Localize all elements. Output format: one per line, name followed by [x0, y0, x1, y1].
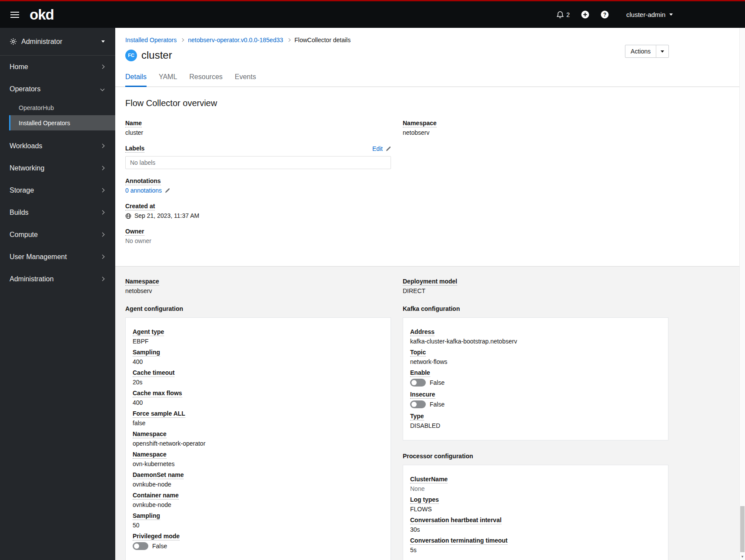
sidebar-item-storage[interactable]: Storage	[0, 179, 115, 201]
field-value: netobserv	[125, 287, 391, 295]
insecure-toggle[interactable]	[410, 400, 426, 408]
field-namespace-1: Namespace openshift-network-operator	[133, 430, 384, 447]
field-label[interactable]: Privileged mode	[133, 533, 180, 540]
sidebar-item-operators[interactable]: Operators	[0, 78, 115, 100]
field-label[interactable]: Namespace	[133, 451, 167, 459]
edit-labels-link[interactable]: Edit	[372, 145, 391, 152]
field-label[interactable]: Insecure	[410, 391, 435, 399]
field-created-at: Created at Sep 21, 2023, 11:37 AM	[125, 203, 391, 220]
field-label[interactable]: Cache timeout	[133, 369, 174, 377]
field-owner: Owner No owner	[125, 228, 391, 245]
field-cache-max-flows: Cache max flows 400	[133, 390, 384, 407]
field-label[interactable]: Labels	[125, 145, 144, 153]
breadcrumb: Installed Operators netobserv-operator.v…	[115, 28, 745, 43]
enable-toggle[interactable]	[410, 379, 426, 387]
sidebar-item-installed-operators[interactable]: Installed Operators	[9, 115, 115, 130]
field-label[interactable]: Force sample ALL	[133, 410, 185, 418]
field-value: EBPF	[133, 338, 384, 345]
field-label[interactable]: Conversation heartbeat interval	[410, 517, 501, 524]
help-button[interactable]: ?	[601, 10, 609, 19]
field-label[interactable]: Conversation terminating timeout	[410, 537, 508, 545]
breadcrumb-separator-icon	[287, 38, 291, 42]
scrollbar-down-arrow[interactable]: ▾	[740, 553, 745, 560]
field-label[interactable]: Cache max flows	[133, 390, 182, 397]
field-label[interactable]: Sampling	[133, 349, 160, 357]
field-label[interactable]: Agent type	[133, 328, 164, 336]
field-label[interactable]: Deployment model	[403, 278, 457, 286]
actions-dropdown-button[interactable]: Actions	[625, 45, 669, 58]
scrollbar-thumb[interactable]	[740, 506, 745, 552]
field-label[interactable]: Sampling	[133, 512, 160, 520]
toggle-knob	[134, 543, 139, 549]
perspective-switcher[interactable]: Administrator	[0, 28, 115, 56]
add-button[interactable]	[581, 10, 589, 19]
sidebar-item-operatorhub[interactable]: OperatorHub	[9, 100, 115, 115]
nav-label: Home	[10, 63, 28, 71]
field-label[interactable]: Annotations	[125, 177, 161, 185]
sidebar-item-networking[interactable]: Networking	[0, 157, 115, 179]
sidebar-item-user-management[interactable]: User Management	[0, 246, 115, 268]
switch-state-label: False	[152, 543, 167, 550]
field-label[interactable]: Name	[125, 120, 142, 127]
field-label[interactable]: Namespace	[403, 120, 437, 127]
field-label[interactable]: Created at	[125, 203, 155, 210]
field-value: ovnkube-node	[133, 501, 384, 509]
field-label[interactable]: Container name	[133, 492, 179, 500]
field-container-name: Container name ovnkube-node	[133, 492, 384, 509]
sidebar-item-workloads[interactable]: Workloads	[0, 135, 115, 157]
page-title: cluster	[141, 49, 172, 61]
field-value: 50	[133, 522, 384, 529]
sidebar-item-home[interactable]: Home	[0, 56, 115, 78]
field-value: netobserv	[403, 129, 668, 137]
field-label[interactable]: Topic	[410, 349, 426, 357]
field-label[interactable]: Enable	[410, 369, 430, 377]
field-enable: Enable False	[410, 369, 661, 387]
hamburger-icon	[10, 12, 19, 13]
notifications-button[interactable]: 2	[556, 11, 570, 19]
labels-empty-box: No labels	[125, 156, 391, 169]
caret-down-icon	[101, 40, 105, 43]
field-label[interactable]: Namespace	[125, 278, 159, 286]
username: cluster-admin	[626, 11, 665, 18]
field-insecure: Insecure False	[410, 391, 661, 408]
nav-label: Administration	[10, 275, 53, 283]
toggle-knob	[411, 402, 417, 407]
field-value: 20s	[133, 379, 384, 386]
field-deployment-model: Deployment model DIRECT	[403, 278, 668, 295]
tab-yaml[interactable]: YAML	[159, 68, 177, 87]
primary-nav: Home Operators OperatorHub Installed Ope…	[0, 56, 115, 290]
sidebar-item-builds[interactable]: Builds	[0, 201, 115, 223]
field-label[interactable]: ClusterName	[410, 476, 448, 483]
vertical-scrollbar[interactable]: ▾	[739, 28, 745, 560]
caret-down-icon	[669, 13, 673, 16]
nav-menu-toggle-button[interactable]	[8, 7, 22, 22]
field-value: 400	[133, 399, 384, 407]
field-daemonset-name: DaemonSet name ovnkube-node	[133, 471, 384, 488]
field-label[interactable]: DaemonSet name	[133, 471, 184, 479]
annotations-edit-link[interactable]: 0 annotations	[125, 187, 170, 194]
tab-resources[interactable]: Resources	[189, 68, 222, 87]
tab-events[interactable]: Events	[235, 68, 256, 87]
caret-down-icon	[661, 50, 664, 53]
sidebar-item-compute[interactable]: Compute	[0, 223, 115, 246]
question-circle-icon: ?	[601, 10, 609, 19]
tab-details[interactable]: Details	[125, 68, 147, 87]
field-topic: Topic network-flows	[410, 349, 661, 366]
field-label[interactable]: Type	[410, 413, 424, 420]
field-agent-type: Agent type EBPF	[133, 328, 384, 345]
field-label[interactable]: Owner	[125, 228, 144, 236]
globe-icon	[125, 213, 131, 219]
field-label[interactable]: Namespace	[133, 430, 167, 438]
labels-empty-text: No labels	[130, 159, 155, 166]
field-value: openshift-network-operator	[133, 440, 384, 447]
user-menu[interactable]: cluster-admin	[626, 11, 673, 18]
breadcrumb-operator-version[interactable]: netobserv-operator.v0.0.0-185ed33	[188, 37, 283, 43]
field-privileged-mode: Privileged mode False	[133, 533, 384, 550]
breadcrumb-installed-operators[interactable]: Installed Operators	[125, 37, 177, 43]
okd-logo[interactable]: okd	[30, 7, 54, 22]
sidebar-item-administration[interactable]: Administration	[0, 268, 115, 290]
nav-label: User Management	[10, 253, 67, 261]
field-label[interactable]: Address	[410, 328, 434, 336]
privileged-mode-toggle[interactable]	[133, 542, 148, 550]
field-label[interactable]: Log types	[410, 496, 439, 504]
